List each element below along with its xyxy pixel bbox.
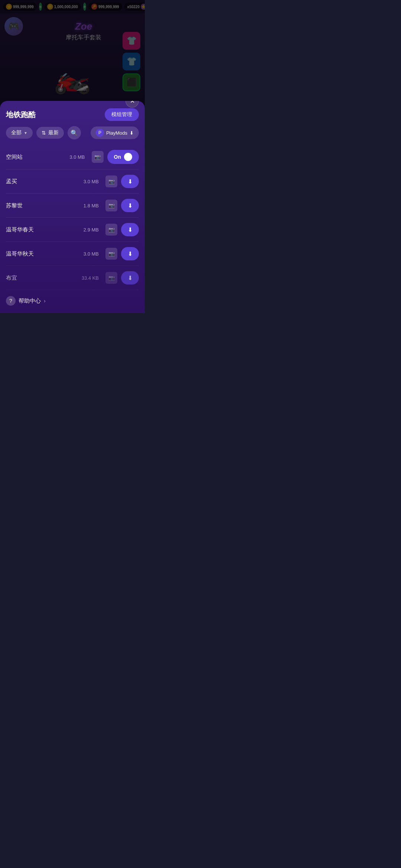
modal-overlay[interactable]: ✕ 地铁跑酷 模组管理 全部 ▼ ⇅ 最新 🔍 P PlayMods bbox=[0, 0, 145, 313]
mod-item-2: 孟买 3.0 MB 📷 ⬇ bbox=[6, 170, 139, 194]
chevron-down-icon: ▼ bbox=[24, 131, 27, 135]
mod-item-4: 温哥华春天 2.9 MB 📷 ⬇ bbox=[6, 218, 139, 242]
toggle-on-label: On bbox=[114, 154, 121, 160]
mod-item-3: 苏黎世 1.8 MB 📷 ⬇ bbox=[6, 194, 139, 218]
mod-name-5: 温哥华秋天 bbox=[6, 250, 80, 257]
download-button-6[interactable]: ⬇ bbox=[121, 271, 139, 285]
filter-bar: 全部 ▼ ⇅ 最新 🔍 P PlayMods ⬇ bbox=[0, 126, 145, 145]
mod-item-5: 温哥华秋天 3.0 MB 📷 ⬇ bbox=[6, 242, 139, 266]
mod-list: 空间站 3.0 MB 📷 On 孟买 3.0 MB 📷 ⬇ bbox=[0, 145, 145, 290]
download-icon-3: ⬇ bbox=[128, 202, 133, 209]
mod-size-5: 3.0 MB bbox=[84, 251, 99, 257]
mod-size-4: 2.9 MB bbox=[84, 227, 99, 233]
playmods-icon: P bbox=[96, 129, 104, 137]
mod-manage-button[interactable]: 模组管理 bbox=[105, 108, 139, 121]
download-icon-6: ⬇ bbox=[128, 274, 133, 282]
preview-icon: 📷 bbox=[94, 154, 101, 160]
help-center[interactable]: ? 帮助中心 › bbox=[0, 290, 145, 306]
mod-preview-button-3[interactable]: 📷 bbox=[105, 200, 117, 211]
mod-preview-button-6[interactable]: 📷 bbox=[105, 272, 117, 284]
preview-icon-2: 📷 bbox=[108, 178, 115, 184]
mod-size-3: 1.8 MB bbox=[84, 203, 99, 208]
mod-size-6: 33.4 KB bbox=[82, 275, 99, 281]
mod-preview-button-2[interactable]: 📷 bbox=[105, 175, 117, 187]
filter-newest-button[interactable]: ⇅ 最新 bbox=[36, 127, 64, 139]
chevron-right-icon: › bbox=[44, 298, 46, 304]
download-button-4[interactable]: ⬇ bbox=[121, 223, 139, 236]
preview-icon-5: 📷 bbox=[108, 251, 115, 257]
preview-icon-3: 📷 bbox=[108, 203, 115, 208]
download-button-3[interactable]: ⬇ bbox=[121, 199, 139, 212]
preview-icon-6: 📷 bbox=[108, 275, 115, 281]
download-icon-2: ⬇ bbox=[128, 178, 133, 185]
sort-icon: ⇅ bbox=[42, 130, 46, 136]
download-button-2[interactable]: ⬇ bbox=[121, 175, 139, 188]
toggle-circle bbox=[124, 153, 132, 161]
mod-name-4: 温哥华春天 bbox=[6, 226, 80, 233]
mod-name-6: 布宜 bbox=[6, 274, 78, 282]
mod-modal: ✕ 地铁跑酷 模组管理 全部 ▼ ⇅ 最新 🔍 P PlayMods bbox=[0, 101, 145, 313]
download-icon-5: ⬇ bbox=[128, 250, 133, 257]
search-icon: 🔍 bbox=[71, 129, 78, 137]
download-icon: ⬇ bbox=[130, 130, 134, 136]
mod-name-2: 孟买 bbox=[6, 178, 80, 185]
mod-preview-button-5[interactable]: 📷 bbox=[105, 248, 117, 260]
preview-icon-4: 📷 bbox=[108, 227, 115, 233]
toggle-on-button-1[interactable]: On bbox=[107, 150, 139, 164]
mod-size-2: 3.0 MB bbox=[84, 179, 99, 184]
filter-all-dropdown[interactable]: 全部 ▼ bbox=[6, 127, 33, 139]
mod-preview-button-4[interactable]: 📷 bbox=[105, 224, 117, 236]
mod-name-1: 空间站 bbox=[6, 154, 66, 161]
help-center-label: 帮助中心 bbox=[19, 297, 41, 305]
mod-name-3: 苏黎世 bbox=[6, 202, 80, 209]
mod-item-6: 布宜 33.4 KB 📷 ⬇ bbox=[6, 266, 139, 290]
help-icon: ? bbox=[6, 296, 16, 306]
playmods-button[interactable]: P PlayMods ⬇ bbox=[91, 126, 139, 139]
mod-item-1: 空间站 3.0 MB 📷 On bbox=[6, 145, 139, 170]
mod-size-1: 3.0 MB bbox=[69, 154, 85, 160]
modal-header: 地铁跑酷 模组管理 bbox=[0, 101, 145, 126]
download-button-5[interactable]: ⬇ bbox=[121, 247, 139, 260]
modal-title: 地铁跑酷 bbox=[6, 110, 36, 120]
download-icon-4: ⬇ bbox=[128, 226, 133, 233]
mod-preview-button-1[interactable]: 📷 bbox=[92, 151, 104, 163]
search-button[interactable]: 🔍 bbox=[68, 126, 81, 139]
